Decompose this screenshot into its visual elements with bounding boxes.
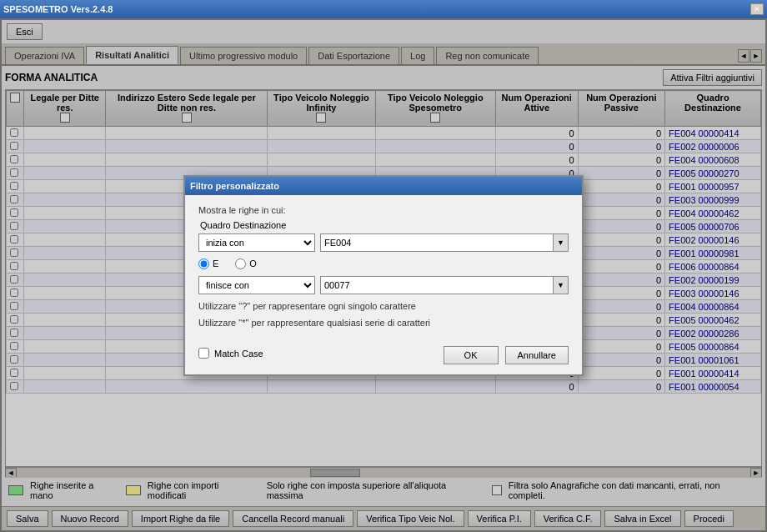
modal-overlay: Filtro personalizzato Mostra le righe in… [0, 18, 767, 532]
filter-row-1: inizia confinisce concontienenon contien… [198, 233, 569, 252]
radio-e-label: E [213, 258, 218, 269]
match-case-row: Match Case [198, 348, 263, 359]
radio-e[interactable] [198, 258, 209, 269]
match-case-label: Match Case [214, 349, 263, 359]
radio-e-item: E [198, 258, 218, 269]
hint1: Utilizzare "?" per rappresentare ogni si… [198, 301, 569, 311]
dialog-section-label: Mostra le righe in cui: [198, 205, 569, 215]
dialog-buttons: OK Annullare [444, 346, 569, 364]
filtro-dialog: Filtro personalizzato Mostra le righe in… [183, 175, 584, 376]
radio-o-label: O [249, 258, 257, 269]
filter1-operator-select[interactable]: inizia confinisce concontienenon contien… [198, 233, 315, 252]
dialog-title: Filtro personalizzato [190, 181, 279, 191]
filter2-value-input[interactable] [320, 276, 554, 294]
dialog-field-label: Quadro Destinazione [200, 220, 569, 230]
title-bar: SPESOMETRO Vers.2.4.8 ✕ [0, 0, 767, 18]
filter-row-2: inizia confinisce concontienenon contien… [198, 276, 569, 294]
dialog-cancel-button[interactable]: Annullare [505, 346, 569, 364]
filter1-input-group: ▼ [320, 233, 569, 252]
hint2: Utilizzare "*" per rappresentare qualsia… [198, 318, 569, 328]
filter1-dropdown-btn[interactable]: ▼ [554, 233, 569, 252]
window-controls: ✕ [750, 3, 764, 15]
dialog-titlebar: Filtro personalizzato [185, 177, 582, 195]
filter2-operator-select[interactable]: inizia confinisce concontienenon contien… [198, 276, 315, 294]
app-title: SPESOMETRO Vers.2.4.8 [3, 4, 113, 14]
filter1-value-input[interactable] [320, 233, 554, 252]
dialog-body: Mostra le righe in cui: Quadro Destinazi… [185, 195, 582, 374]
dialog-ok-button[interactable]: OK [444, 346, 499, 364]
filter2-dropdown-btn[interactable]: ▼ [554, 276, 569, 294]
close-button[interactable]: ✕ [750, 3, 764, 15]
match-case-checkbox[interactable] [198, 348, 209, 359]
radio-o-item: O [235, 258, 257, 269]
radio-row: E O [198, 258, 569, 269]
filter2-input-group: ▼ [320, 276, 569, 294]
radio-o[interactable] [235, 258, 246, 269]
